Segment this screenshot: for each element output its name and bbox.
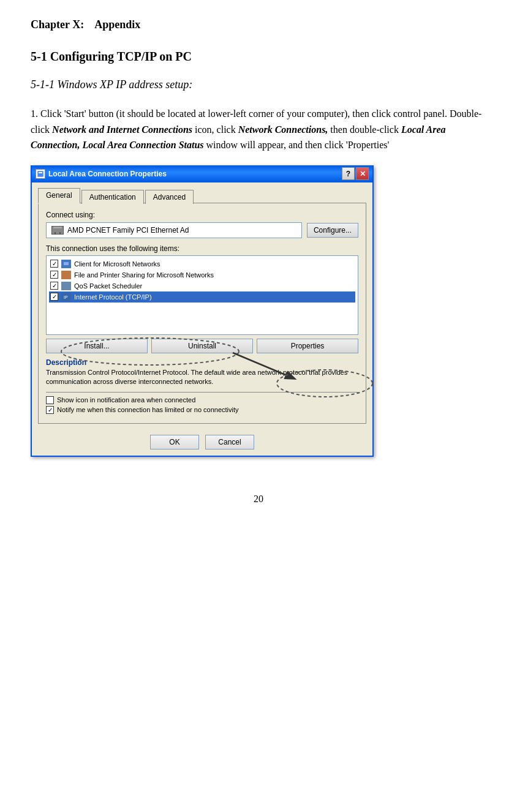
tab-content: Connect using: AMD PCNET Family PCI Ethe… — [38, 203, 366, 424]
item-label-4: Internet Protocol (TCP/IP) — [74, 293, 152, 301]
properties-button[interactable]: Properties — [257, 339, 358, 353]
description-label: Description — [46, 358, 358, 367]
dialog-content: General Authentication Advanced Connect … — [32, 182, 372, 430]
item-icon-4: IP — [61, 293, 71, 301]
page-footer: 20 — [31, 494, 486, 505]
show-icon-row: Show icon in notification area when conn… — [46, 396, 358, 404]
titlebar-buttons: ? ✕ — [342, 167, 369, 180]
svg-rect-9 — [62, 283, 70, 288]
svg-rect-7 — [64, 262, 69, 265]
item-label-2: File and Printer Sharing for Microsoft N… — [74, 271, 214, 279]
svg-rect-2 — [52, 228, 63, 233]
uninstall-button[interactable]: Uninstall — [151, 339, 253, 353]
show-icon-label: Show icon in notification area when conn… — [57, 396, 195, 404]
item-checkbox-2[interactable] — [50, 271, 58, 279]
body-paragraph: 1. Click 'Start' button (it should be lo… — [31, 106, 486, 153]
page-number: 20 — [31, 494, 486, 505]
list-item: Client for Microsoft Networks — [49, 258, 355, 269]
adapter-name: AMD PCNET Family PCI Ethernet Ad — [67, 226, 189, 235]
item-checkbox-4[interactable] — [50, 293, 58, 301]
cancel-button[interactable]: Cancel — [205, 435, 254, 449]
subsection-title: 5-1-1 Windows XP IP address setup: — [31, 78, 486, 91]
adapter-icon — [51, 226, 64, 235]
items-list-box: Client for Microsoft Networks File and P… — [46, 255, 358, 335]
item-label-3: QoS Packet Scheduler — [74, 282, 142, 290]
svg-text:IP: IP — [64, 295, 68, 299]
svg-rect-0 — [37, 171, 43, 177]
list-item: File and Printer Sharing for Microsoft N… — [49, 269, 355, 280]
install-uninstall-row: Install... Uninstall Properties — [46, 339, 358, 353]
close-button[interactable]: ✕ — [356, 167, 369, 180]
tab-general[interactable]: General — [38, 188, 80, 204]
item-icon-3 — [61, 282, 71, 290]
divider — [46, 392, 358, 393]
notify-row: Notify me when this connection has limit… — [46, 406, 358, 414]
section-title: 5-1 Configuring TCP/IP on PC — [31, 50, 486, 64]
list-item: QoS Packet Scheduler — [49, 280, 355, 291]
item-label-1: Client for Microsoft Networks — [74, 260, 160, 268]
item-checkbox-3[interactable] — [50, 282, 58, 290]
item-icon-1 — [61, 260, 71, 268]
svg-rect-3 — [53, 227, 62, 228]
svg-rect-4 — [55, 232, 56, 234]
adapter-box: AMD PCNET Family PCI Ethernet Ad — [46, 222, 302, 238]
dialog-title-text: Local Area Connection Properties — [48, 170, 339, 178]
dialog-bottom-row: OK Cancel — [32, 430, 372, 456]
svg-rect-5 — [59, 232, 61, 234]
description-box: Description Transmission Control Protoco… — [46, 358, 358, 387]
ok-button[interactable]: OK — [150, 435, 199, 449]
description-text: Transmission Control Protocol/Internet P… — [46, 368, 358, 387]
local-area-connection-dialog: Local Area Connection Properties ? ✕ Gen… — [31, 165, 374, 457]
configure-button[interactable]: Configure... — [307, 223, 358, 238]
item-checkbox-1[interactable] — [50, 260, 58, 268]
tab-advanced[interactable]: Advanced — [145, 190, 194, 204]
dialog-screenshot-wrapper: Local Area Connection Properties ? ✕ Gen… — [31, 165, 486, 457]
item-icon-2 — [61, 271, 71, 279]
svg-rect-1 — [39, 172, 42, 173]
tab-authentication[interactable]: Authentication — [81, 190, 144, 204]
svg-rect-8 — [62, 272, 70, 277]
dialog-title-icon — [36, 169, 45, 179]
help-button[interactable]: ? — [342, 167, 355, 180]
tabs-row: General Authentication Advanced — [38, 187, 366, 203]
list-item-selected: IP Internet Protocol (TCP/IP) — [49, 291, 355, 303]
connection-items-label: This connection uses the following items… — [46, 244, 358, 253]
chapter-title: Chapter X: Appendix — [31, 18, 486, 31]
adapter-row: AMD PCNET Family PCI Ethernet Ad Configu… — [46, 222, 358, 238]
notify-label: Notify me when this connection has limit… — [57, 406, 239, 413]
connect-using-label: Connect using: — [46, 211, 358, 219]
dialog-titlebar: Local Area Connection Properties ? ✕ — [32, 165, 372, 182]
show-icon-checkbox[interactable] — [46, 396, 54, 404]
install-button[interactable]: Install... — [46, 339, 148, 353]
notify-checkbox[interactable] — [46, 406, 54, 414]
